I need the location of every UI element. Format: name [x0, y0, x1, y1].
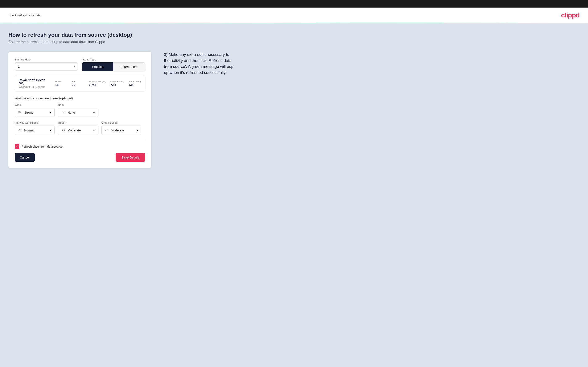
slope-rating-label: Slope rating	[129, 80, 141, 83]
fairway-chevron-icon: ▾	[50, 128, 52, 132]
yards-value: 6,744	[89, 83, 96, 86]
header-title: How to refresh your data	[9, 14, 41, 17]
save-button[interactable]: Save Details	[116, 153, 145, 162]
rain-group: Rain None ▾	[58, 103, 98, 117]
refresh-checkbox[interactable]: ✓	[15, 144, 19, 149]
par-stat: Par 72	[72, 80, 85, 86]
wind-icon	[18, 110, 23, 115]
course-name: Royal North Devon GC,	[19, 78, 51, 85]
refresh-label: Refresh shots from data source	[21, 145, 62, 148]
yards-stat: Yards/White (M)) 6,744	[89, 80, 106, 86]
rain-select[interactable]: None ▾	[58, 108, 98, 117]
game-type-group: Game Type Practice Tournament	[82, 58, 145, 71]
fairway-icon	[18, 128, 23, 133]
refresh-checkbox-row: ✓ Refresh shots from data source	[15, 144, 145, 149]
green-speed-chevron-icon: ▾	[137, 128, 138, 132]
wind-chevron-icon: ▾	[50, 110, 52, 114]
fairway-group: Fairway Conditions Normal	[15, 121, 55, 135]
action-row: Cancel Save Details	[15, 153, 145, 162]
rain-value: None	[68, 111, 75, 114]
checkmark-icon: ✓	[16, 145, 18, 148]
course-row: Royal North Devon GC, Westward Ho!, Engl…	[15, 75, 145, 91]
conditions-title: Weather and course conditions (optional)	[15, 97, 145, 100]
green-speed-icon	[104, 128, 109, 133]
rough-group: Rough Moderate	[58, 121, 98, 135]
top-form-row: Starting Hole 1 ▾ Game Type Practice Tou…	[15, 58, 145, 71]
fairway-select[interactable]: Normal ▾	[15, 125, 55, 135]
conditions-row: Fairway Conditions Normal	[15, 121, 145, 135]
wind-group: Wind Strong ▾	[15, 103, 55, 117]
top-bar	[0, 0, 588, 8]
form-panel: Starting Hole 1 ▾ Game Type Practice Tou…	[9, 52, 151, 168]
yards-label: Yards/White (M))	[89, 80, 106, 83]
green-speed-select[interactable]: Moderate ▾	[101, 125, 141, 135]
conditions-section: Weather and course conditions (optional)…	[15, 97, 145, 135]
rough-label: Rough	[58, 121, 98, 124]
green-speed-group: Green Speed Moderate	[101, 121, 141, 135]
wind-label: Wind	[15, 103, 55, 107]
game-type-label: Game Type	[82, 58, 145, 61]
course-rating-label: Course rating	[110, 80, 124, 83]
divider	[15, 140, 145, 140]
green-speed-label: Green Speed	[101, 121, 141, 124]
fairway-label: Fairway Conditions	[15, 121, 55, 124]
green-speed-value: Moderate	[111, 128, 124, 132]
cancel-button[interactable]: Cancel	[15, 153, 35, 162]
wind-select[interactable]: Strong ▾	[15, 108, 55, 117]
course-location: Westward Ho!, England	[19, 85, 51, 88]
slope-rating-stat: Slope rating 134	[129, 80, 141, 86]
par-label: Par	[72, 80, 76, 83]
rough-chevron-icon: ▾	[93, 128, 95, 132]
wind-value: Strong	[24, 111, 34, 114]
holes-value: 18	[55, 83, 59, 86]
holes-stat: Holes 18	[55, 80, 68, 86]
rough-icon	[61, 128, 66, 133]
starting-hole-select-wrapper[interactable]: 1 ▾	[15, 62, 78, 71]
rain-chevron-icon: ▾	[93, 110, 95, 114]
rain-label: Rain	[58, 103, 98, 107]
page-heading: How to refresh your data from source (de…	[9, 32, 579, 38]
starting-hole-group: Starting Hole 1 ▾	[15, 58, 78, 71]
course-rating-stat: Course rating 72.5	[110, 80, 124, 86]
side-instruction: 3) Make any extra edits necessary to the…	[164, 52, 235, 75]
main-content: How to refresh your data from source (de…	[0, 23, 588, 367]
slope-rating-value: 134	[129, 83, 133, 86]
par-value: 72	[72, 83, 76, 86]
game-type-toggle: Practice Tournament	[82, 62, 145, 71]
tournament-button[interactable]: Tournament	[113, 62, 145, 71]
svg-point-0	[63, 111, 64, 113]
rough-value: Moderate	[68, 128, 81, 132]
svg-point-2	[62, 129, 65, 131]
page-subtitle: Ensure the correct and most up to date d…	[9, 40, 579, 44]
weather-row: Wind Strong ▾	[15, 103, 145, 117]
course-table: Royal North Devon GC, Westward Ho!, Engl…	[15, 75, 145, 92]
fairway-value: Normal	[24, 128, 34, 132]
logo: clippd	[561, 11, 579, 19]
course-name-col: Royal North Devon GC, Westward Ho!, Engl…	[19, 78, 51, 88]
starting-hole-select[interactable]: 1	[15, 62, 78, 71]
content-layout: Starting Hole 1 ▾ Game Type Practice Tou…	[9, 52, 579, 168]
rough-select[interactable]: Moderate ▾	[58, 125, 98, 135]
practice-button[interactable]: Practice	[82, 62, 113, 71]
holes-label: Holes	[55, 80, 61, 83]
header: How to refresh your data clippd	[0, 8, 588, 23]
starting-hole-label: Starting Hole	[15, 58, 78, 61]
course-rating-value: 72.5	[110, 83, 116, 86]
rain-icon	[61, 110, 66, 115]
